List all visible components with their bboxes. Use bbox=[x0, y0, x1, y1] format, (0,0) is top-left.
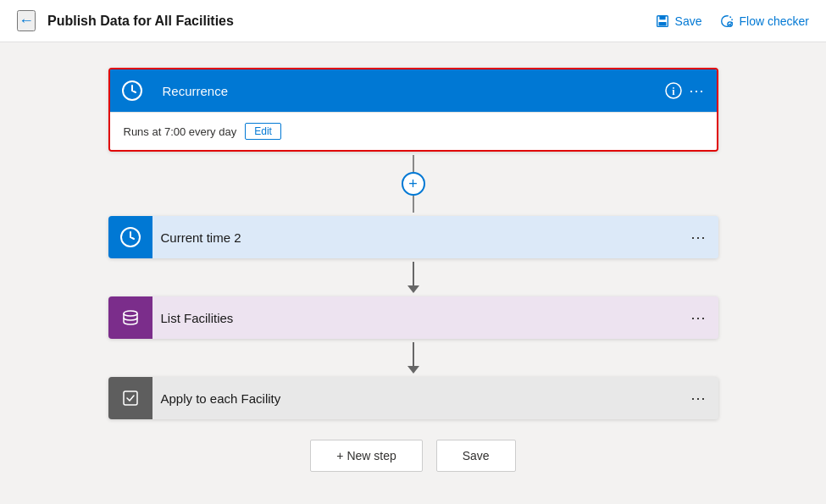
listfacilities-actions: ⋯ bbox=[690, 308, 718, 327]
save-label: Save bbox=[675, 14, 702, 28]
arrow-head-1 bbox=[407, 285, 419, 293]
add-step-button[interactable]: + bbox=[402, 172, 425, 196]
flow-container: Recurrence i ⋯ Runs at 7:00 every day Ed… bbox=[108, 68, 718, 472]
loop-icon bbox=[120, 388, 141, 408]
applytoeach-icon-wrapper bbox=[108, 377, 152, 419]
header-actions: Save Flow checker bbox=[655, 14, 809, 29]
svg-rect-9 bbox=[124, 391, 137, 405]
applytoeach-more-button[interactable]: ⋯ bbox=[690, 389, 707, 407]
listfacilities-more-button[interactable]: ⋯ bbox=[690, 308, 707, 327]
list-facilities-step[interactable]: List Facilities ⋯ bbox=[108, 296, 718, 339]
currenttime-more-button[interactable]: ⋯ bbox=[690, 228, 707, 246]
arrow-line-1 bbox=[413, 262, 414, 285]
save-icon bbox=[655, 14, 670, 29]
recurrence-label: Recurrence bbox=[154, 84, 665, 98]
bottom-save-button[interactable]: Save bbox=[436, 440, 516, 472]
svg-rect-2 bbox=[658, 21, 666, 25]
bottom-buttons: + New step Save bbox=[310, 440, 515, 472]
add-connector: + bbox=[402, 155, 425, 213]
applytoeach-actions: ⋯ bbox=[690, 389, 718, 407]
flow-canvas: Recurrence i ⋯ Runs at 7:00 every day Ed… bbox=[0, 42, 826, 504]
database-icon bbox=[120, 307, 141, 328]
svg-rect-1 bbox=[659, 15, 665, 19]
applytoeach-label: Apply to each Facility bbox=[152, 391, 690, 406]
recurrence-step[interactable]: Recurrence i ⋯ Runs at 7:00 every day Ed… bbox=[108, 68, 718, 152]
recurrence-body-text: Runs at 7:00 every day bbox=[124, 125, 237, 138]
applytoeach-header: Apply to each Facility ⋯ bbox=[108, 377, 718, 419]
listfacilities-header: List Facilities ⋯ bbox=[108, 296, 718, 339]
recurrence-body: Runs at 7:00 every day Edit bbox=[110, 112, 717, 150]
currenttime-actions: ⋯ bbox=[690, 228, 718, 246]
flow-checker-label: Flow checker bbox=[740, 14, 809, 28]
arrow-line-2 bbox=[413, 342, 414, 366]
flow-checker-icon bbox=[719, 14, 735, 29]
new-step-button[interactable]: + New step bbox=[310, 440, 422, 472]
listfacilities-label: List Facilities bbox=[152, 311, 690, 325]
save-button[interactable]: Save bbox=[655, 14, 702, 29]
app-header: ← Publish Data for All Facilities Save F… bbox=[0, 0, 826, 42]
svg-text:i: i bbox=[672, 86, 675, 97]
clock-icon-2 bbox=[119, 226, 141, 248]
recurrence-header: Recurrence i ⋯ bbox=[110, 69, 717, 112]
arrow-connector-1 bbox=[407, 262, 419, 293]
recurrence-edit-button[interactable]: Edit bbox=[245, 123, 281, 140]
connector-line-bottom bbox=[413, 196, 414, 213]
recurrence-more-button[interactable]: ⋯ bbox=[689, 81, 705, 100]
current-time-step[interactable]: Current time 2 ⋯ bbox=[108, 216, 718, 258]
listfacilities-icon-wrapper bbox=[108, 296, 152, 339]
currenttime-icon-wrapper bbox=[108, 216, 152, 258]
flow-checker-button[interactable]: Flow checker bbox=[719, 14, 809, 29]
info-icon: i bbox=[665, 82, 682, 99]
back-button[interactable]: ← bbox=[17, 10, 36, 31]
clock-icon bbox=[121, 80, 143, 102]
svg-point-8 bbox=[124, 311, 137, 316]
connector-line-top bbox=[413, 155, 414, 172]
recurrence-actions: i ⋯ bbox=[665, 81, 717, 100]
arrow-head-2 bbox=[407, 366, 419, 374]
recurrence-info-button[interactable]: i bbox=[665, 82, 682, 99]
page-title: Publish Data for All Facilities bbox=[47, 14, 655, 29]
currenttime-label: Current time 2 bbox=[152, 230, 690, 245]
currenttime-header: Current time 2 ⋯ bbox=[108, 216, 718, 258]
recurrence-icon-wrapper bbox=[110, 69, 154, 112]
apply-each-step[interactable]: Apply to each Facility ⋯ bbox=[108, 377, 718, 419]
arrow-connector-2 bbox=[407, 342, 419, 374]
